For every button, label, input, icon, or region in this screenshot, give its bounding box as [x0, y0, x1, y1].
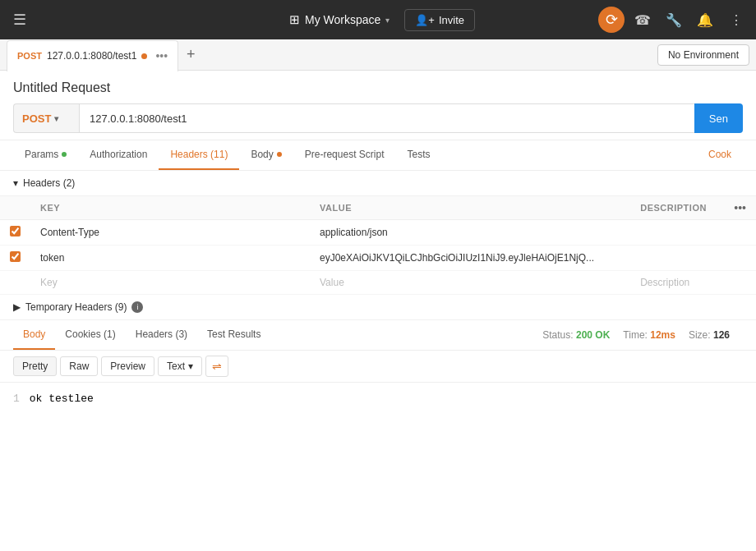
response-tabs-bar: Body Cookies (1) Headers (3) Test Result…: [0, 320, 756, 351]
more-nav-icon-button[interactable]: ⋮: [723, 7, 749, 33]
method-label: POST: [22, 112, 51, 125]
sync-icon-button[interactable]: ⟳: [598, 7, 625, 33]
headers-more-button[interactable]: •••: [734, 201, 746, 214]
tab-params[interactable]: Params: [13, 140, 78, 170]
tab-tests-label: Tests: [407, 149, 430, 160]
header-row-1-value[interactable]: application/json: [310, 220, 630, 246]
header-new-value[interactable]: Value: [310, 271, 630, 295]
response-tab-testresults[interactable]: Test Results: [197, 320, 270, 350]
nav-right: ⟳ ☎ 🔧 🔔 ⋮: [598, 0, 756, 39]
header-checkbox-col: [0, 196, 30, 220]
tab-cookies-right[interactable]: Cook: [697, 140, 743, 170]
status-label: Status:: [542, 329, 573, 341]
method-select[interactable]: POST ▾: [13, 103, 79, 133]
size-value: 126: [713, 329, 730, 341]
sidebar-toggle-button[interactable]: ☰: [7, 7, 33, 32]
temp-headers-info-icon[interactable]: i: [131, 301, 143, 313]
tab-headers[interactable]: Headers (11): [159, 140, 239, 170]
phone-icon-button[interactable]: ☎: [629, 7, 656, 33]
response-body: 1 ok testlee: [0, 383, 756, 415]
request-title: Untitled Request: [13, 80, 743, 95]
tab-authorization[interactable]: Authorization: [78, 140, 159, 170]
format-label: Text: [167, 360, 185, 372]
header-actions-col: •••: [724, 196, 756, 220]
workspace-button[interactable]: ⊞ My Workspace ▾: [281, 7, 398, 32]
header-row-1: Content-Type application/json: [0, 220, 756, 246]
header-row-new: Key Value Description: [0, 271, 756, 295]
header-row-2-value[interactable]: eyJ0eXAiOiJKV1QiLCJhbGciOiJIUzI1NiJ9.eyJ…: [310, 246, 630, 271]
header-row-1-checkbox[interactable]: [10, 226, 21, 236]
invite-button[interactable]: 👤+ Invite: [404, 9, 475, 31]
request-tab[interactable]: POST 127.0.0.1:8080/test1 •••: [7, 40, 178, 71]
response-tab-body-label: Body: [23, 328, 45, 340]
environment-button[interactable]: No Environment: [657, 44, 749, 66]
response-status: Status: 200 OK Time: 12ms Size: 126: [529, 329, 743, 341]
header-row-1-desc[interactable]: [630, 220, 724, 246]
format-select[interactable]: Text ▾: [158, 356, 202, 376]
header-value-col: VALUE: [310, 196, 630, 220]
time-value: 12ms: [650, 329, 675, 341]
headers-section-label: Headers (2): [23, 177, 75, 189]
tab-tests[interactable]: Tests: [395, 140, 441, 170]
response-tab-cookies[interactable]: Cookies (1): [55, 320, 125, 350]
header-row-2-key[interactable]: token: [30, 246, 310, 271]
response-area: Body Cookies (1) Headers (3) Test Result…: [0, 320, 756, 415]
temp-headers-row[interactable]: ▶ Temporary Headers (9) i: [0, 295, 756, 320]
response-tab-headers-label: Headers (3): [136, 328, 187, 340]
header-row-1-key[interactable]: Content-Type: [30, 220, 310, 246]
tab-more-icon: •••: [155, 49, 168, 62]
workspace-label: My Workspace: [305, 13, 380, 26]
header-new-desc[interactable]: Description: [630, 271, 724, 295]
format-chevron-icon: ▾: [188, 360, 193, 372]
request-area: Untitled Request POST ▾ Sen: [0, 71, 756, 140]
header-row-2-checkbox[interactable]: [10, 251, 21, 262]
url-bar: POST ▾ Sen: [13, 103, 743, 133]
url-input[interactable]: [79, 103, 694, 133]
wrap-icon: ⇌: [212, 360, 222, 373]
line-content-1: ok testlee: [30, 393, 94, 405]
send-button[interactable]: Sen: [694, 103, 743, 133]
tab-bar: POST 127.0.0.1:8080/test1 ••• + No Envir…: [0, 39, 756, 71]
tab-modified-dot: [141, 53, 147, 59]
headers-section: ▾ Headers (2) KEY VALUE DESCRIPTION ••• …: [0, 171, 756, 320]
time-label: Time:: [623, 329, 648, 341]
tab-headers-label: Headers (11): [170, 149, 228, 160]
tab-url-label: 127.0.0.1:8080/test1: [47, 50, 136, 62]
tab-prerequest[interactable]: Pre-request Script: [293, 140, 396, 170]
status-value: 200 OK: [576, 329, 610, 341]
wrap-button[interactable]: ⇌: [205, 356, 228, 377]
headers-expand-toggle[interactable]: ▾ Headers (2): [0, 171, 756, 196]
method-chevron-icon: ▾: [54, 114, 58, 123]
header-new-key[interactable]: Key: [30, 271, 310, 295]
temp-headers-label: Temporary Headers (9): [25, 301, 127, 313]
response-tab-cookies-label: Cookies (1): [65, 328, 115, 340]
response-line-1: 1 ok testlee: [13, 393, 743, 405]
header-key-col: KEY: [30, 196, 310, 220]
header-desc-col: DESCRIPTION: [630, 196, 724, 220]
tab-more-button[interactable]: •••: [155, 49, 168, 62]
response-tab-headers[interactable]: Headers (3): [126, 320, 197, 350]
preview-button[interactable]: Preview: [101, 356, 154, 376]
tab-cookies-right-label: Cook: [708, 149, 731, 160]
response-toolbar: Pretty Raw Preview Text ▾ ⇌: [0, 351, 756, 383]
tab-prerequest-label: Pre-request Script: [305, 149, 385, 160]
params-dot: [62, 152, 67, 157]
invite-label: Invite: [439, 14, 464, 26]
size-label: Size:: [689, 329, 711, 341]
temp-expand-chevron-icon: ▶: [13, 301, 21, 313]
tab-body[interactable]: Body: [239, 140, 293, 170]
invite-icon: 👤+: [415, 14, 435, 26]
add-tab-button[interactable]: +: [182, 43, 201, 67]
response-tab-testresults-label: Test Results: [207, 328, 260, 340]
body-dot: [277, 152, 282, 157]
raw-button[interactable]: Raw: [60, 356, 98, 376]
response-tab-body[interactable]: Body: [13, 320, 55, 350]
wrench-icon-button[interactable]: 🔧: [661, 7, 687, 33]
tab-params-label: Params: [25, 149, 58, 160]
tab-body-label: Body: [251, 149, 273, 160]
bell-icon-button[interactable]: 🔔: [692, 7, 718, 33]
request-tabs: Params Authorization Headers (11) Body P…: [0, 140, 756, 171]
pretty-button[interactable]: Pretty: [13, 356, 57, 376]
grid-icon: ⊞: [289, 12, 300, 27]
header-row-2-desc[interactable]: [630, 246, 724, 271]
